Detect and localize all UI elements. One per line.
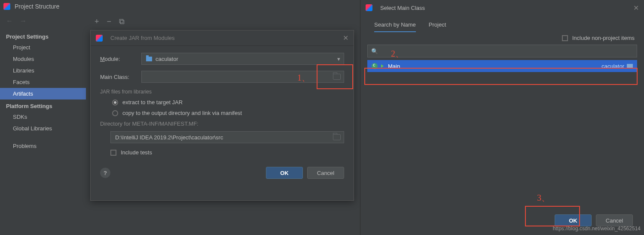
heading-platform-settings: Platform Settings xyxy=(0,99,86,111)
create-jar-dialog: Create JAR from Modules ✕ Module: cacula… xyxy=(90,30,354,201)
radio-icon xyxy=(112,110,118,116)
tab-project[interactable]: Project xyxy=(429,21,446,32)
nav-sdks[interactable]: SDKs xyxy=(0,111,86,123)
smc-titlebar: Select Main Class ✕ xyxy=(360,0,644,15)
module-icon xyxy=(146,57,152,61)
directory-input[interactable]: D:\IntelliJ IDEA 2019.2\Project\caculato… xyxy=(110,131,344,143)
search-icon: 🔍 xyxy=(371,48,378,54)
result-module-name: caculator xyxy=(601,63,624,69)
directory-label: Directory for META-INF/MANIFEST.MF: xyxy=(100,121,344,127)
nav-arrows: ← → xyxy=(0,15,86,30)
ok-button[interactable]: OK xyxy=(555,214,592,226)
forward-icon[interactable]: → xyxy=(20,17,27,25)
close-icon[interactable]: ✕ xyxy=(633,4,639,12)
select-main-class-window: Select Main Class ✕ Search by Name Proje… xyxy=(360,0,644,235)
runnable-icon xyxy=(381,64,384,68)
nav-problems[interactable]: Problems xyxy=(0,140,86,152)
include-non-project-checkbox[interactable] xyxy=(562,35,568,41)
folder-icon xyxy=(333,74,341,80)
main-class-label: Main Class: xyxy=(100,74,141,80)
watermark: https://blog.csdn.net/weixin_42562514 xyxy=(553,226,641,232)
nav-libraries[interactable]: Libraries xyxy=(0,65,86,76)
include-tests-checkbox[interactable]: Include tests xyxy=(100,149,344,156)
intellij-icon xyxy=(96,35,103,42)
radio-extract[interactable]: extract to the target JAR xyxy=(112,99,344,105)
module-value: caculator xyxy=(156,56,178,62)
module-icon xyxy=(627,64,633,69)
radio-copy[interactable]: copy to the output directory and link vi… xyxy=(112,110,344,116)
remove-icon[interactable]: − xyxy=(107,17,112,26)
class-icon xyxy=(372,63,378,69)
annotation-3: 3、 xyxy=(537,192,550,204)
close-icon[interactable]: ✕ xyxy=(343,34,348,42)
folder-icon xyxy=(333,134,341,140)
main-class-input[interactable] xyxy=(141,71,344,83)
jar-title: Create JAR from Modules xyxy=(110,35,175,41)
module-label: Module: xyxy=(100,56,141,62)
artifacts-toolbar: + − ⧉ xyxy=(86,13,133,30)
intellij-icon xyxy=(3,3,10,10)
result-class-name: Main xyxy=(388,63,400,69)
tab-search-by-name[interactable]: Search by Name xyxy=(374,21,416,32)
ps-sidebar: ← → Project Settings Project Modules Lib… xyxy=(0,13,86,235)
radio-icon xyxy=(112,99,118,105)
ps-titlebar: Project Structure xyxy=(0,0,360,13)
checkbox-icon xyxy=(110,150,116,156)
nav-project[interactable]: Project xyxy=(0,42,86,53)
module-dropdown[interactable]: caculator xyxy=(141,53,344,65)
result-item-main[interactable]: Main caculator xyxy=(367,60,637,72)
browse-directory-button[interactable] xyxy=(330,132,344,143)
directory-value: D:\IntelliJ IDEA 2019.2\Project\caculato… xyxy=(115,134,223,141)
nav-facets[interactable]: Facets xyxy=(0,76,86,88)
intellij-icon xyxy=(366,4,372,11)
annotation-2: 2、 xyxy=(391,48,404,60)
copy-icon[interactable]: ⧉ xyxy=(119,17,125,26)
cancel-button[interactable]: Cancel xyxy=(307,167,344,179)
smc-title: Select Main Class xyxy=(380,5,425,11)
nav-global-libraries[interactable]: Global Libraries xyxy=(0,123,86,134)
ok-button[interactable]: OK xyxy=(266,167,303,179)
smc-tabs: Search by Name Project xyxy=(360,15,644,32)
nav-modules[interactable]: Modules xyxy=(0,53,86,65)
nav-artifacts[interactable]: Artifacts xyxy=(0,88,86,99)
add-icon[interactable]: + xyxy=(95,17,99,26)
jar-files-label: JAR files from libraries xyxy=(100,89,344,95)
jar-titlebar: Create JAR from Modules ✕ xyxy=(91,30,354,46)
heading-project-settings: Project Settings xyxy=(0,30,86,42)
include-non-project-label: Include non-project items xyxy=(572,35,635,41)
browse-main-class-button[interactable] xyxy=(330,71,344,82)
annotation-1: 1、 xyxy=(297,72,310,84)
ps-title: Project Structure xyxy=(15,3,59,10)
cancel-button[interactable]: Cancel xyxy=(596,214,633,226)
search-input[interactable]: 🔍 xyxy=(367,45,637,57)
help-icon[interactable]: ? xyxy=(100,168,110,178)
back-icon[interactable]: ← xyxy=(6,17,13,25)
